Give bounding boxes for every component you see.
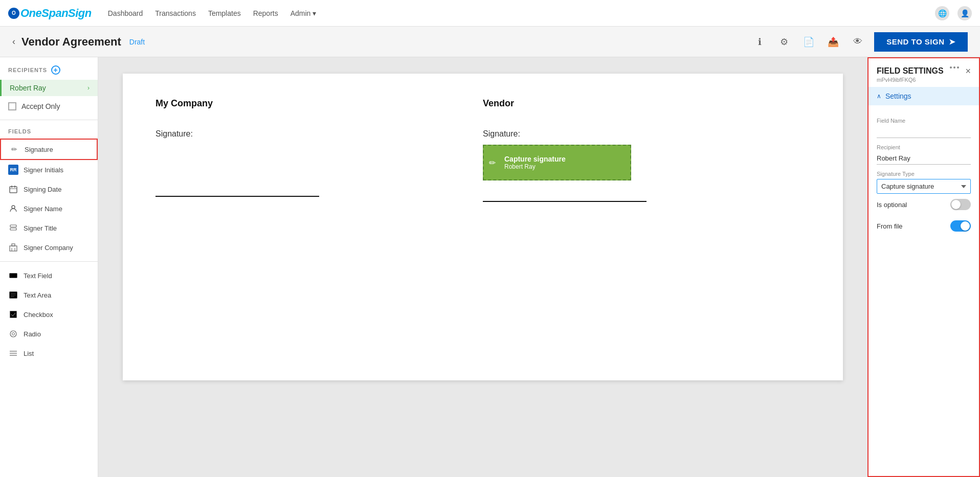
nav-templates[interactable]: Templates [208, 9, 241, 17]
list-icon [8, 348, 18, 358]
accept-only-checkbox[interactable] [8, 102, 16, 110]
chevron-right-icon: › [87, 84, 90, 92]
toggle-knob [951, 200, 961, 209]
preview-icon[interactable]: 👁 [850, 34, 866, 50]
status-badge: Draft [129, 38, 145, 46]
company-icon [8, 242, 18, 253]
field-signing-date[interactable]: Signing Date [0, 179, 98, 199]
more-options-button[interactable] [950, 66, 961, 69]
field-signer-title[interactable]: Signer Title [0, 218, 98, 238]
panel-id: mPvH9ibfFKQ6 [877, 77, 944, 83]
upload-icon[interactable]: 📤 [825, 34, 841, 50]
svg-rect-6 [10, 228, 16, 230]
field-text[interactable]: Text Field [0, 266, 98, 285]
info-icon[interactable]: ℹ [751, 34, 768, 50]
is-optional-toggle[interactable] [950, 199, 971, 210]
recipient-robert-ray[interactable]: Robert Ray › [0, 80, 98, 96]
svg-rect-7 [10, 246, 17, 251]
from-file-label: From file [877, 222, 903, 230]
field-settings-panel: FIELD SETTINGS mPvH9ibfFKQ6 × ∧ Settings… [867, 57, 980, 477]
close-panel-button[interactable]: × [965, 66, 971, 76]
top-nav: O OneSpanSign Dashboard Transactions Tem… [0, 0, 980, 27]
svg-rect-0 [10, 187, 17, 193]
sidebar-divider-2 [0, 261, 98, 262]
add-recipient-button[interactable]: + [51, 65, 60, 75]
doc-right-column: Vendor Signature: ✏ Capture signature Ro… [483, 98, 810, 202]
sig-block-title: Capture signature [504, 155, 566, 163]
signature-icon: ✏ [9, 144, 19, 154]
person-icon [8, 203, 18, 214]
textfield-icon [8, 270, 18, 281]
accept-only-item[interactable]: Accept Only [0, 97, 98, 116]
field-signature[interactable]: ✏ Signature [0, 139, 98, 160]
field-signer-name[interactable]: Signer Name [0, 199, 98, 218]
panel-body: Field Name Recipient Robert Ray Signatur… [868, 105, 979, 243]
recipient-select[interactable]: Robert Ray [877, 152, 971, 165]
sidebar: RECIPIENTS + Robert Ray › Accept Only FI… [0, 57, 98, 477]
is-optional-label: Is optional [877, 201, 907, 209]
doc-left-column: My Company Signature: [155, 98, 483, 202]
sig-type-label: Signature Type [877, 171, 971, 177]
svg-point-17 [10, 331, 16, 337]
document-page: My Company Signature: Vendor Signature: … [123, 74, 843, 380]
fields-section-title: FIELDS [0, 124, 98, 139]
sidebar-divider [0, 120, 98, 120]
signature-block[interactable]: ✏ Capture signature Robert Ray [483, 145, 631, 180]
toggle-knob-2 [961, 221, 970, 231]
field-name-label: Field Name [877, 118, 971, 124]
field-list[interactable]: List [0, 344, 98, 363]
globe-icon[interactable]: 🌐 [935, 6, 949, 20]
svg-point-4 [12, 206, 15, 209]
field-radio[interactable]: Radio [0, 324, 98, 344]
nav-links: Dashboard Transactions Templates Reports… [108, 9, 317, 17]
field-checkbox[interactable]: Checkbox [0, 305, 98, 324]
pencil-icon: ✏ [489, 158, 496, 168]
document-title: Vendor Agreement [21, 35, 121, 49]
main-layout: RECIPIENTS + Robert Ray › Accept Only FI… [0, 57, 980, 477]
textarea-icon [8, 290, 18, 300]
sig-type-select[interactable]: Capture signature Click to sign Initials… [877, 179, 971, 194]
sub-header: ‹ Vendor Agreement Draft ℹ ⚙ 📄 📤 👁 SEND … [0, 27, 980, 57]
field-textarea[interactable]: Text Area [0, 285, 98, 305]
sig-block-subtitle: Robert Ray [504, 163, 566, 170]
right-sig-line [483, 201, 647, 202]
sig-block-content: Capture signature Robert Ray [490, 155, 566, 170]
recipient-label: Recipient [877, 144, 971, 150]
svg-rect-16 [10, 311, 17, 318]
field-signer-company[interactable]: Signer Company [0, 238, 98, 257]
left-company-name: My Company [155, 98, 483, 109]
settings-icon[interactable]: ⚙ [776, 34, 792, 50]
nav-admin[interactable]: Admin ▾ [291, 9, 317, 17]
radio-icon [8, 329, 18, 339]
send-icon: ➤ [949, 37, 956, 47]
from-file-toggle[interactable] [950, 220, 971, 232]
settings-section-header[interactable]: ∧ Settings [868, 87, 979, 105]
is-optional-row: Is optional [877, 194, 971, 215]
user-icon[interactable]: 👤 [957, 6, 972, 20]
panel-header: FIELD SETTINGS mPvH9ibfFKQ6 × [868, 58, 979, 87]
settings-label: Settings [885, 92, 911, 100]
recipients-section: RECIPIENTS + [0, 57, 98, 79]
left-sig-label: Signature: [155, 129, 483, 139]
document-icon[interactable]: 📄 [800, 34, 817, 50]
nav-right: 🌐 👤 [935, 6, 972, 20]
title-icon [8, 223, 18, 233]
send-to-sign-button[interactable]: SEND TO SIGN ➤ [874, 32, 968, 52]
from-file-row: From file [877, 215, 971, 237]
right-sig-label: Signature: [483, 129, 810, 139]
chevron-up-icon: ∧ [877, 93, 881, 100]
right-company-name: Vendor [483, 98, 810, 109]
field-signer-initials[interactable]: RR Signer Initials [0, 160, 98, 179]
nav-transactions[interactable]: Transactions [155, 9, 196, 17]
nav-reports[interactable]: Reports [253, 9, 278, 17]
date-icon [8, 184, 18, 194]
logo-circle: O [8, 8, 19, 19]
panel-title-group: FIELD SETTINGS mPvH9ibfFKQ6 [877, 66, 944, 83]
logo-text: OneSpanSign [20, 7, 92, 20]
field-name-input[interactable] [877, 126, 971, 138]
initials-icon: RR [8, 165, 18, 175]
document-area: My Company Signature: Vendor Signature: … [98, 57, 867, 477]
logo: O OneSpanSign [8, 7, 92, 20]
back-button[interactable]: ‹ [12, 36, 15, 47]
nav-dashboard[interactable]: Dashboard [108, 9, 143, 17]
